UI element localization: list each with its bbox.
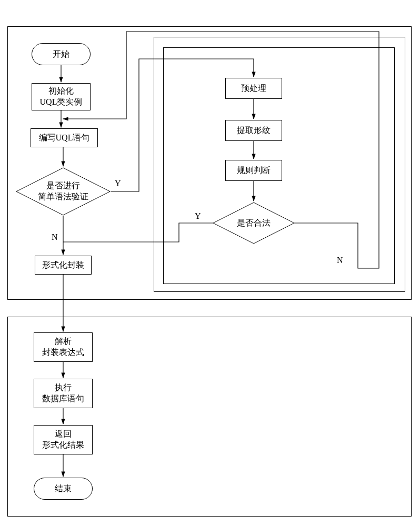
flow-arrows	[0, 0, 420, 526]
validate-yes-label: Y	[115, 179, 121, 188]
legal-yes-label: Y	[195, 211, 201, 221]
legal-no-label: N	[337, 256, 343, 265]
validate-no-label: N	[52, 232, 58, 242]
